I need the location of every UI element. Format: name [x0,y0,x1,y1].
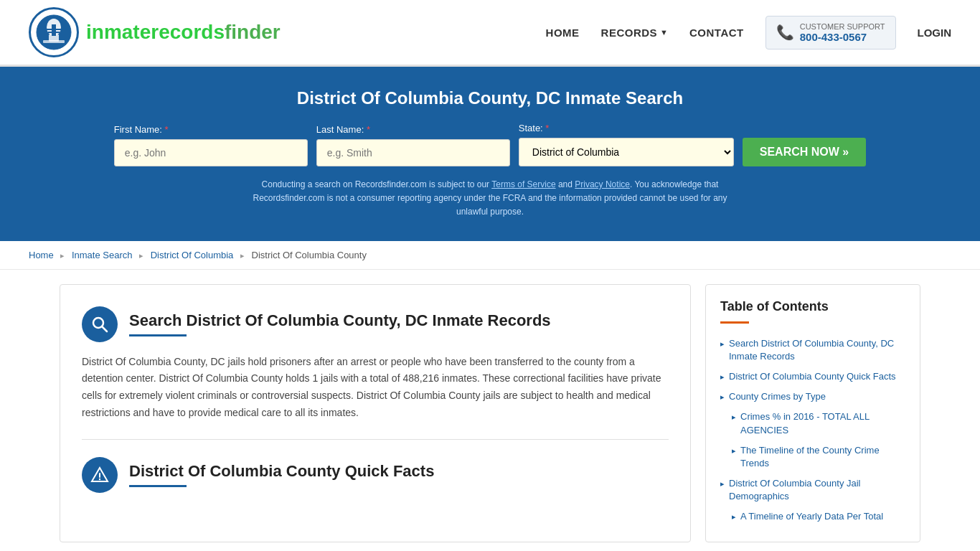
support-box[interactable]: 📞 CUSTOMER SUPPORT 800-433-0567 [765,16,896,50]
last-name-required: * [367,124,370,135]
main-nav: HOME RECORDS ▼ CONTACT 📞 CUSTOMER SUPPOR… [546,16,951,50]
state-select[interactable]: AlabamaAlaskaArizonaArkansasCaliforniaCo… [519,138,734,166]
toc-item-text-6: District Of Columbia County Jail Demogra… [729,477,905,503]
section1-underline [129,334,187,336]
toc-divider [720,321,749,324]
content-area: Search District Of Columbia County, DC I… [60,284,691,542]
toc-item-2[interactable]: ▸ District Of Columbia County Quick Fact… [720,367,905,387]
logo-text: inmaterecordsfinder [86,21,281,44]
toc-item-text-3: County Crimes by Type [729,390,826,403]
svg-rect-3 [43,40,65,43]
breadcrumb-current: District Of Columbia County [252,250,367,260]
toc-chevron-5: ▸ [732,446,736,456]
toc-item-1[interactable]: ▸ Search District Of Columbia County, DC… [720,334,905,367]
svg-rect-6 [48,32,60,33]
search-form: First Name: * Last Name: * State: * Alab… [29,123,951,166]
toc-item-6[interactable]: ▸ District Of Columbia County Jail Demog… [720,474,905,507]
toc-chevron-4: ▸ [732,413,736,422]
quick-facts-section-icon [82,457,118,493]
state-required: * [545,123,549,133]
section2-header: District Of Columbia County Quick Facts [82,457,669,493]
sidebar: Table of Contents ▸ Search District Of C… [705,284,920,542]
toc-item-text-5: The Timeline of the County Crime Trends [740,444,905,470]
site-header: inmaterecordsfinder HOME RECORDS ▼ CONTA… [0,0,980,67]
toc-item-7[interactable]: ▸ A Timeline of Yearly Data Per Total [720,507,905,527]
section2-title-block: District Of Columbia County Quick Facts [129,462,434,487]
last-name-input[interactable] [316,139,510,166]
privacy-link[interactable]: Privacy Notice [575,179,630,189]
toc-box: Table of Contents ▸ Search District Of C… [705,284,920,542]
state-group: State: * AlabamaAlaskaArizonaArkansasCal… [519,123,734,166]
toc-chevron-7: ▸ [732,512,736,522]
toc-item-text-4: Crimes % in 2016 - TOTAL ALL AGENCIES [740,410,905,436]
toc-item-text-7: A Timeline of Yearly Data Per Total [740,510,883,523]
breadcrumb-district-of-columbia[interactable]: District Of Columbia [151,250,234,260]
logo-area: inmaterecordsfinder [29,7,281,57]
section1-body: District Of Columbia County, DC jails ho… [82,354,669,422]
hero-title: District Of Columbia County, DC Inmate S… [29,88,951,108]
main-layout: Search District Of Columbia County, DC I… [31,284,949,542]
nav-login[interactable]: LOGIN [918,27,952,39]
toc-chevron-1: ▸ [720,339,725,349]
terms-link[interactable]: Terms of Service [491,179,555,189]
toc-item-4[interactable]: ▸ Crimes % in 2016 - TOTAL ALL AGENCIES [720,407,905,440]
search-section-icon [82,306,118,342]
last-name-group: Last Name: * [316,124,510,166]
support-phone: 800-433-0567 [800,31,885,43]
nav-records-wrapper: RECORDS ▼ [601,27,668,39]
breadcrumb-sep-3: ▸ [240,251,245,260]
breadcrumb-sep-1: ▸ [60,251,65,260]
nav-records[interactable]: RECORDS [601,27,658,39]
logo-icon [29,7,79,57]
first-name-group: First Name: * [114,124,308,166]
breadcrumb: Home ▸ Inmate Search ▸ District Of Colum… [0,241,980,270]
last-name-label: Last Name: * [316,124,370,135]
search-button[interactable]: SEARCH NOW » [743,138,866,166]
section2-underline [129,485,187,487]
phone-icon: 📞 [776,24,794,41]
section1-header: Search District Of Columbia County, DC I… [82,306,669,342]
hero-disclaimer: Conducting a search on Recordsfinder.com… [239,178,741,220]
toc-item-text-1: Search District Of Columbia County, DC I… [729,337,905,363]
svg-rect-5 [47,29,61,30]
nav-contact[interactable]: CONTACT [689,27,744,39]
first-name-required: * [165,124,169,135]
nav-records-chevron: ▼ [660,28,668,37]
support-info: CUSTOMER SUPPORT 800-433-0567 [800,22,885,43]
first-name-label: First Name: * [114,124,169,135]
svg-point-11 [99,479,100,480]
hero-section: District Of Columbia County, DC Inmate S… [0,67,980,241]
toc-chevron-2: ▸ [720,372,725,382]
section2-title: District Of Columbia County Quick Facts [129,462,434,481]
toc-chevron-6: ▸ [720,479,725,489]
breadcrumb-home[interactable]: Home [29,250,54,260]
section1-title: Search District Of Columbia County, DC I… [129,311,551,330]
first-name-input[interactable] [114,139,308,166]
toc-item-5[interactable]: ▸ The Timeline of the County Crime Trend… [720,441,905,474]
toc-title: Table of Contents [720,299,905,314]
svg-line-8 [102,326,107,331]
breadcrumb-sep-2: ▸ [139,251,143,260]
toc-item-text-2: District Of Columbia County Quick Facts [729,370,896,383]
section-divider [82,439,669,440]
toc-item-3[interactable]: ▸ County Crimes by Type [720,387,905,407]
toc-chevron-3: ▸ [720,392,725,402]
breadcrumb-inmate-search[interactable]: Inmate Search [72,250,133,260]
state-label: State: * [519,123,550,133]
nav-home[interactable]: HOME [546,27,580,39]
support-label: CUSTOMER SUPPORT [800,22,885,31]
section1-title-block: Search District Of Columbia County, DC I… [129,311,551,336]
